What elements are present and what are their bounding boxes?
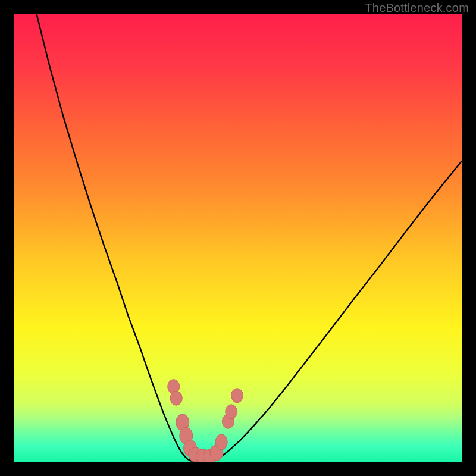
curve-line (37, 14, 462, 461)
watermark-text: TheBottleneck.com (365, 1, 469, 15)
chart-frame: TheBottleneck.com (0, 0, 476, 476)
curve-marker (226, 405, 237, 419)
curve-marker (231, 389, 243, 403)
plot-area (14, 14, 462, 462)
bottleneck-curve (14, 14, 462, 462)
curve-marker (170, 391, 182, 405)
curve-marker (215, 434, 227, 450)
